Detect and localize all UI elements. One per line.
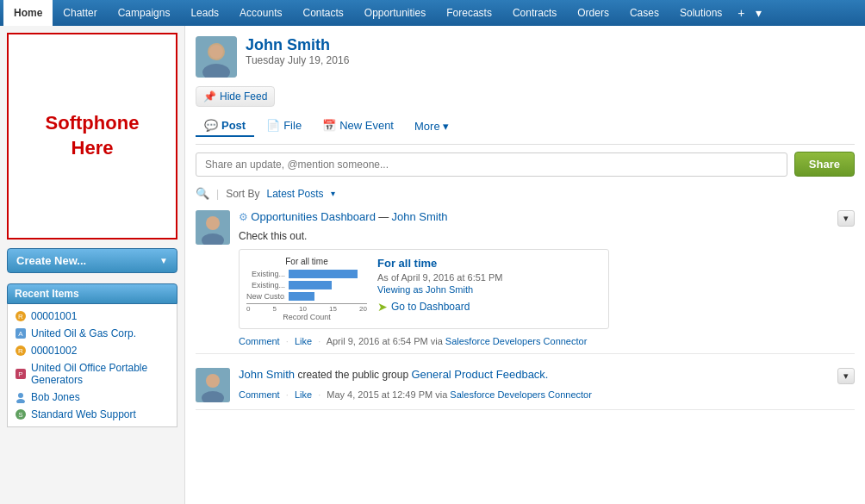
sidebar: SoftphoneHere Create New... ▼ Recent Ite… (0, 26, 185, 504)
list-item[interactable]: S Standard Web Support (8, 406, 177, 423)
profile-header: John Smith Tuesday July 19, 2016 (196, 36, 855, 78)
post-timestamp: April 9, 2016 at 6:54 PM (327, 336, 428, 346)
share-area: Share (196, 152, 855, 177)
nav-item-cases[interactable]: Cases (619, 0, 669, 26)
axis-title: Record Count (246, 313, 367, 321)
like-link-2[interactable]: Like (295, 389, 312, 400)
dashboard-info: For all time As of April 9, 2016 at 6:51… (377, 257, 503, 321)
post-body: Check this out. (239, 230, 855, 242)
post-header-row: ⚙ Opportunities Dashboard — John Smith ▾ (239, 210, 855, 227)
nav-item-contracts[interactable]: Contracts (502, 0, 567, 26)
bar-label: Existing... (246, 270, 285, 278)
record-icon: R (15, 310, 27, 322)
post-toolbar: 💬 Post 📄 File 📅 New Event More ▾ (196, 115, 855, 145)
bar (289, 270, 358, 278)
dashboard-icon: ⚙ (239, 211, 248, 223)
profile-date: Tuesday July 19, 2016 (246, 54, 349, 66)
opportunities-dashboard-link[interactable]: Opportunities Dashboard (251, 210, 376, 223)
nav-item-contacts[interactable]: Contacts (292, 0, 353, 26)
bar-label: New Custo... (246, 292, 285, 301)
bar-row: Existing... (246, 281, 367, 289)
post-author-link-2[interactable]: John Smith (239, 368, 295, 381)
create-new-button[interactable]: Create New... ▼ (7, 248, 177, 273)
more-chevron-icon: ▾ (443, 120, 449, 133)
svg-text:R: R (18, 347, 23, 355)
post-header-row-2: John Smith created the public group Gene… (239, 368, 855, 384)
recent-items-header: Recent Items (7, 283, 177, 304)
comment-link-2[interactable]: Comment (239, 389, 280, 400)
hide-feed-button[interactable]: 📌 Hide Feed (203, 90, 267, 103)
via-label-2: via (435, 389, 450, 400)
post-options-button[interactable]: ▾ (837, 210, 855, 227)
post-avatar-image-2 (196, 368, 230, 402)
svg-text:S: S (18, 411, 22, 419)
event-icon: 📅 (322, 119, 336, 132)
avatar (196, 36, 237, 78)
more-dropdown[interactable]: More ▾ (406, 116, 457, 136)
create-new-arrow-icon: ▼ (159, 256, 168, 265)
nav-item-accounts[interactable]: Accounts (229, 0, 292, 26)
recent-items-section: Recent Items R 00001001 A United Oil & G… (7, 283, 177, 427)
avatar-image (196, 36, 237, 78)
sort-label: Sort By (226, 188, 259, 200)
support-icon: S (15, 408, 27, 420)
product-icon: P (15, 368, 27, 380)
go-to-dashboard-link[interactable]: ➤ Go to Dashboard (377, 300, 503, 314)
chart-title: For all time (246, 257, 367, 266)
post-avatar-2 (196, 368, 230, 402)
nav-item-orders[interactable]: Orders (567, 0, 619, 26)
search-icon[interactable]: 🔍 (196, 187, 209, 200)
tab-new-event[interactable]: 📅 New Event (314, 115, 402, 137)
dashboard-card: For all time Existing... Existing... (239, 249, 609, 329)
post-avatar (196, 210, 230, 245)
add-nav-button[interactable]: + (732, 0, 750, 26)
group-link[interactable]: General Product Feedback. (412, 368, 549, 381)
list-item[interactable]: A United Oil & Gas Corp. (8, 325, 177, 342)
svg-text:P: P (18, 370, 22, 378)
chart-area: For all time Existing... Existing... (246, 257, 367, 321)
svg-point-8 (18, 393, 23, 398)
connector-link[interactable]: Salesforce Developers Connector (445, 336, 587, 346)
dashboard-title: For all time (377, 257, 503, 270)
tab-file[interactable]: 📄 File (258, 115, 310, 137)
bar (289, 292, 314, 301)
like-link[interactable]: Like (295, 336, 312, 346)
feed-controls-bar: 📌 Hide Feed (196, 86, 275, 107)
bar-row: Existing... (246, 270, 367, 278)
sort-bar: 🔍 | Sort By Latest Posts ▾ (196, 187, 855, 200)
post-content-2: John Smith created the public group Gene… (239, 368, 855, 400)
profile-name: John Smith (246, 36, 349, 54)
file-icon: 📄 (266, 119, 280, 132)
list-item[interactable]: R 00001001 (8, 308, 177, 325)
nav-item-forecasts[interactable]: Forecasts (436, 0, 502, 26)
share-input[interactable] (196, 152, 787, 177)
nav-more-arrow[interactable]: ▾ (750, 0, 767, 26)
nav-item-solutions[interactable]: Solutions (669, 0, 732, 26)
list-item[interactable]: R 00001002 (8, 342, 177, 359)
sort-value-dropdown[interactable]: Latest Posts (266, 188, 323, 200)
feed-post: ⚙ Opportunities Dashboard — John Smith ▾… (196, 210, 855, 354)
account-icon: A (15, 327, 27, 339)
nav-item-chatter[interactable]: Chatter (53, 0, 107, 26)
main-content: John Smith Tuesday July 19, 2016 📌 Hide … (185, 26, 865, 504)
chart-axis: 0 5 10 15 20 Record Count (246, 303, 367, 321)
sort-chevron-icon[interactable]: ▾ (331, 189, 335, 198)
feed-post: John Smith created the public group Gene… (196, 368, 855, 410)
list-item[interactable]: Bob Jones (8, 389, 177, 406)
share-button[interactable]: Share (794, 152, 855, 177)
list-item[interactable]: P United Oil Office Portable Generators (8, 359, 177, 389)
bar (289, 281, 332, 289)
nav-item-leads[interactable]: Leads (180, 0, 229, 26)
post-title-2: John Smith created the public group Gene… (239, 368, 548, 381)
tab-post[interactable]: 💬 Post (196, 115, 254, 137)
nav-item-campaigns[interactable]: Campaigns (108, 0, 181, 26)
nav-item-opportunities[interactable]: Opportunities (354, 0, 436, 26)
connector-link-2[interactable]: Salesforce Developers Connector (450, 389, 591, 400)
post-options-button-2[interactable]: ▾ (837, 368, 855, 384)
post-content: ⚙ Opportunities Dashboard — John Smith ▾… (239, 210, 855, 346)
comment-link[interactable]: Comment (239, 336, 280, 346)
main-layout: SoftphoneHere Create New... ▼ Recent Ite… (0, 26, 865, 504)
post-title: ⚙ Opportunities Dashboard — John Smith (239, 210, 448, 223)
nav-item-home[interactable]: Home (3, 0, 53, 26)
post-author-link[interactable]: John Smith (392, 210, 448, 223)
